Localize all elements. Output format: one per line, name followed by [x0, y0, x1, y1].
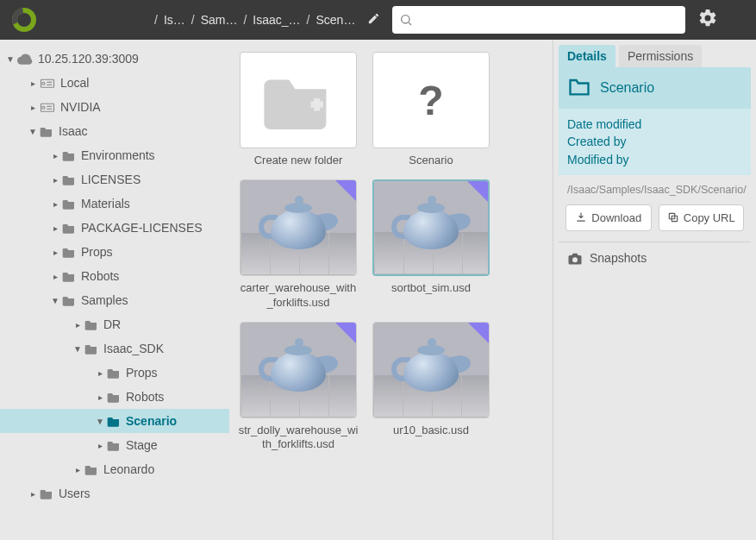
chevron-down-icon: ▼	[5, 54, 16, 64]
folder-icon	[107, 367, 121, 379]
tree-root[interactable]: ▼ 10.25.120.39:3009	[0, 47, 229, 71]
download-button[interactable]: Download	[565, 204, 652, 231]
breadcrumb-item[interactable]: Scen…	[316, 13, 356, 27]
gear-icon[interactable]	[697, 8, 718, 32]
question-icon: ?	[418, 77, 443, 124]
tree-item[interactable]: ▸Materials	[0, 192, 229, 216]
tree-sidebar: ▼ 10.25.120.39:3009 ▸Local▸NVIDIA▼Isaac▸…	[0, 40, 229, 540]
download-icon	[575, 211, 587, 223]
details-meta: Date modified Created by Modified by	[559, 109, 751, 175]
tree-item[interactable]: ▸Props	[0, 240, 229, 264]
folder-icon	[40, 487, 53, 499]
chevron-right-icon: ▸	[28, 78, 38, 88]
breadcrumb-item[interactable]: Sam…	[201, 13, 238, 27]
tree-item[interactable]: ▸Robots	[0, 264, 229, 288]
folder-icon	[567, 76, 591, 100]
meta-modified-by: Modified by	[567, 151, 742, 168]
tree-label: Isaac	[59, 124, 222, 138]
chevron-down-icon: ▼	[28, 127, 38, 136]
tree-item[interactable]: ▸Local	[0, 71, 229, 95]
grid-item[interactable]: str_dolly_warehouse_with_forklifts.usd	[238, 322, 359, 452]
tree-label: Props	[81, 245, 222, 259]
cloud-icon	[17, 53, 33, 65]
chevron-right-icon: ▸	[95, 441, 105, 450]
content-grid: Create new folder?Scenariocarter_warehou…	[229, 40, 553, 540]
tree-item[interactable]: ▸Users	[0, 481, 229, 505]
tree-label: NVIDIA	[60, 100, 222, 114]
tree-item[interactable]: ▸Environments	[0, 143, 229, 167]
tree-item[interactable]: ▸PACKAGE-LICENSES	[0, 216, 229, 240]
tree-label: Leonardo	[103, 462, 222, 476]
tree-item[interactable]: ▼Samples	[0, 288, 229, 312]
tree-item[interactable]: ▸Robots	[0, 385, 229, 409]
search-input[interactable]	[418, 13, 678, 27]
topbar: / Is… / Sam… / Isaac_… / Scen…	[0, 0, 756, 40]
tree-item[interactable]: ▸Leonardo	[0, 457, 229, 481]
chevron-right-icon: ▸	[50, 175, 60, 185]
details-title: Scenario	[600, 80, 654, 96]
thumbnail[interactable]	[372, 322, 490, 418]
copy-url-button[interactable]: Copy URL	[659, 204, 745, 231]
details-path: /Isaac/Samples/Isaac_SDK/Scenario/	[559, 175, 751, 204]
chevron-right-icon: ▸	[50, 199, 60, 209]
grid-item[interactable]: Create new folder	[238, 52, 359, 167]
chevron-right-icon: ▸	[50, 151, 60, 160]
tree-item[interactable]: ▸LICENSES	[0, 167, 229, 192]
thumbnail[interactable]	[240, 52, 357, 148]
tree-item[interactable]: ▸NVIDIA	[0, 95, 229, 119]
chevron-down-icon: ▼	[72, 344, 83, 354]
breadcrumb-item[interactable]: Isaac_…	[253, 13, 300, 27]
new-folder-icon	[259, 67, 337, 133]
grid-item[interactable]: carter_warehouse_with_forklifts.usd	[238, 179, 359, 310]
drive-icon	[40, 77, 55, 89]
thumbnail[interactable]	[240, 179, 357, 276]
breadcrumb-item[interactable]: Is…	[164, 13, 185, 27]
teapot-thumbnail-icon	[259, 194, 338, 261]
chevron-right-icon: ▸	[28, 489, 38, 499]
tree-label: Scenario	[126, 414, 222, 428]
tree-label: PACKAGE-LICENSES	[81, 221, 222, 235]
folder-icon	[107, 439, 121, 451]
main: ▼ 10.25.120.39:3009 ▸Local▸NVIDIA▼Isaac▸…	[0, 40, 756, 540]
folder-icon	[62, 294, 76, 306]
tree-item[interactable]: ▼Isaac	[0, 119, 229, 143]
search-box[interactable]	[392, 6, 685, 34]
app-logo-icon	[12, 8, 36, 32]
tree-item[interactable]: ▸DR	[0, 312, 229, 336]
tree-item[interactable]: ▼Isaac_SDK	[0, 336, 229, 361]
teapot-thumbnail-icon	[259, 336, 338, 404]
chevron-right-icon: ▸	[72, 465, 83, 474]
tree-item[interactable]: ▸Stage	[0, 433, 229, 457]
thumbnail[interactable]: ?	[372, 52, 490, 148]
chevron-down-icon: ▼	[95, 417, 105, 426]
breadcrumb: / Is… / Sam… / Isaac_… / Scen…	[152, 13, 355, 27]
grid-item[interactable]: sortbot_sim.usd	[371, 179, 491, 310]
tree-label: Materials	[81, 197, 222, 210]
grid-item-label: carter_warehouse_with_forklifts.usd	[238, 281, 359, 310]
chevron-right-icon: ▸	[50, 223, 60, 233]
chevron-right-icon: ▸	[95, 368, 105, 378]
grid-item-label: ur10_basic.usd	[393, 424, 469, 437]
pencil-icon[interactable]	[367, 12, 380, 28]
snapshots-section[interactable]: Snapshots	[559, 242, 751, 273]
grid-item-label: Scenario	[409, 154, 453, 167]
tab-details[interactable]: Details	[559, 45, 615, 67]
tree-label: Props	[126, 366, 222, 380]
chevron-right-icon: ▸	[28, 103, 38, 112]
snapshots-label: Snapshots	[590, 251, 647, 265]
details-tabs: Details Permissions	[559, 45, 751, 67]
svg-line-3	[409, 22, 412, 25]
grid-item[interactable]: ?Scenario	[371, 52, 491, 167]
folder-icon	[40, 125, 53, 137]
thumbnail[interactable]	[372, 179, 490, 276]
tree-item[interactable]: ▼Scenario	[0, 409, 229, 433]
folder-icon	[84, 463, 98, 475]
svg-point-14	[572, 257, 578, 262]
tab-permissions[interactable]: Permissions	[619, 45, 702, 67]
grid-item-label: str_dolly_warehouse_with_forklifts.usd	[238, 424, 359, 452]
folder-icon	[107, 391, 121, 403]
grid-item[interactable]: ur10_basic.usd	[371, 322, 491, 452]
tree-item[interactable]: ▸Props	[0, 361, 229, 385]
thumbnail[interactable]	[240, 322, 357, 418]
tree-label: LICENSES	[81, 173, 222, 186]
